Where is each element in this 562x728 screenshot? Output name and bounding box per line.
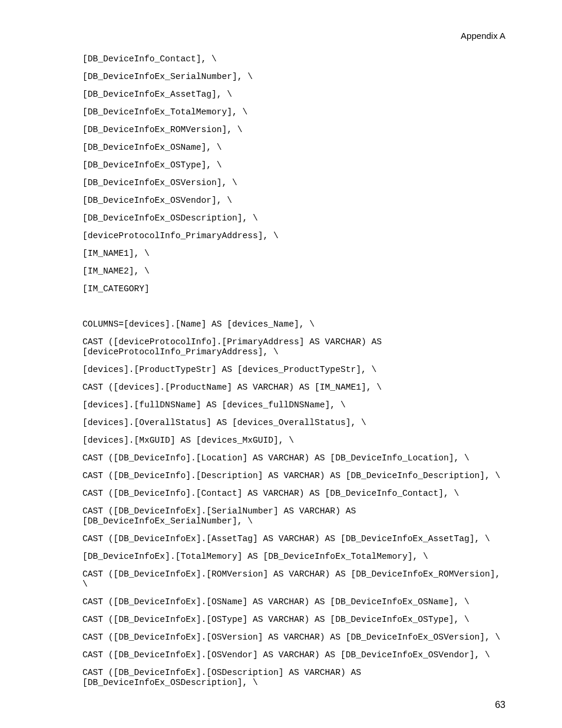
document-page: Appendix A [DB_DeviceInfo_Contact], \[DB… — [0, 0, 562, 728]
page-header: Appendix A — [461, 31, 505, 41]
code-line: CAST ([DB_DeviceInfoEx].[AssetTag] AS VA… — [82, 534, 505, 544]
code-line: [devices].[fullDNSName] AS [devices_full… — [82, 400, 505, 410]
code-line: [DB_DeviceInfoEx_OSDescription], \ — [82, 213, 505, 223]
code-line: [DB_DeviceInfoEx].[TotalMemory] AS [DB_D… — [82, 552, 505, 562]
code-line: [DB_DeviceInfoEx_OSVendor], \ — [82, 196, 505, 206]
code-line: CAST ([DB_DeviceInfoEx].[OSType] AS VARC… — [82, 615, 505, 625]
code-line: [IM_CATEGORY] — [82, 284, 505, 294]
code-line: [DB_DeviceInfo_Contact], \ — [82, 54, 505, 64]
code-line: CAST ([DB_DeviceInfoEx].[OSDescription] … — [82, 668, 505, 688]
code-line: CAST ([DB_DeviceInfo].[Description] AS V… — [82, 471, 505, 481]
code-line: COLUMNS=[devices].[Name] AS [devices_Nam… — [82, 319, 505, 330]
code-line: CAST ([DB_DeviceInfoEx].[ROMVersion] AS … — [82, 569, 505, 589]
code-line: [DB_DeviceInfoEx_SerialNumber], \ — [82, 72, 505, 82]
code-line: CAST ([DB_DeviceInfoEx].[OSVersion] AS V… — [82, 633, 505, 643]
code-line: [devices].[ProductTypeStr] AS [devices_P… — [82, 365, 505, 375]
code-line: CAST ([DB_DeviceInfoEx].[OSName] AS VARC… — [82, 597, 505, 607]
code-line: CAST ([DB_DeviceInfo].[Contact] AS VARCH… — [82, 489, 505, 499]
code-line: [DB_DeviceInfoEx_OSName], \ — [82, 143, 505, 153]
code-line: [DB_DeviceInfoEx_OSVersion], \ — [82, 178, 505, 188]
code-line: [IM_NAME1], \ — [82, 249, 505, 259]
code-line: [IM_NAME2], \ — [82, 266, 505, 276]
code-line: CAST ([devices].[ProductName] AS VARCHAR… — [82, 383, 505, 393]
code-block: [DB_DeviceInfo_Contact], \[DB_DeviceInfo… — [82, 54, 505, 696]
code-line — [82, 302, 505, 312]
code-line: [DB_DeviceInfoEx_ROMVersion], \ — [82, 125, 505, 135]
code-line: [DB_DeviceInfoEx_AssetTag], \ — [82, 90, 505, 100]
page-number: 63 — [495, 700, 505, 710]
code-line: [DB_DeviceInfoEx_TotalMemory], \ — [82, 107, 505, 117]
code-line: [devices].[MxGUID] AS [devices_MxGUID], … — [82, 436, 505, 446]
code-line: CAST ([DB_DeviceInfoEx].[SerialNumber] A… — [82, 506, 505, 526]
code-line: [DB_DeviceInfoEx_OSType], \ — [82, 160, 505, 170]
code-line: CAST ([deviceProtocolInfo].[PrimaryAddre… — [82, 337, 505, 357]
code-line: CAST ([DB_DeviceInfoEx].[OSVendor] AS VA… — [82, 650, 505, 660]
code-line: [deviceProtocolInfo_PrimaryAddress], \ — [82, 231, 505, 241]
code-line: [devices].[OverallStatus] AS [devices_Ov… — [82, 418, 505, 428]
code-line: CAST ([DB_DeviceInfo].[Location] AS VARC… — [82, 453, 505, 463]
